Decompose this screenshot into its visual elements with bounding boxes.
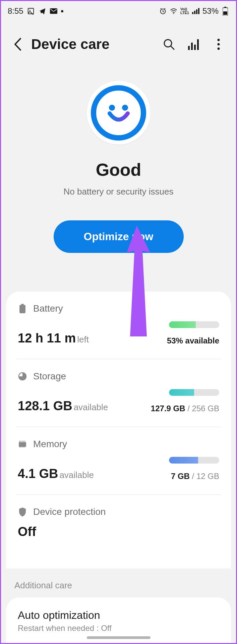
chart-button[interactable] <box>186 37 201 52</box>
svg-rect-15 <box>194 45 196 50</box>
battery-row-icon <box>18 304 27 313</box>
storage-bar <box>169 389 219 396</box>
memory-row[interactable]: Memory 4.1 GBavailable 7 GB / 12 GB <box>16 427 221 495</box>
svg-point-1 <box>29 10 31 11</box>
device-status-subtitle: No battery or security issues <box>63 186 173 197</box>
page-title: Device care <box>31 36 152 52</box>
gallery-icon <box>27 7 35 15</box>
wifi-icon <box>170 7 178 15</box>
mail-icon <box>50 7 58 15</box>
svg-rect-13 <box>188 46 190 50</box>
memory-stat: 7 GB / 12 GB <box>169 472 219 481</box>
status-bar: 8:55 Vo))LTE1 53% <box>1 1 236 21</box>
battery-stat: 53% available <box>167 336 219 345</box>
device-protection-label: Device protection <box>33 506 106 517</box>
svg-rect-16 <box>197 39 199 50</box>
memory-bar <box>169 457 219 464</box>
svg-rect-11 <box>223 11 227 15</box>
svg-point-18 <box>218 43 220 46</box>
status-time: 8:55 <box>8 6 23 16</box>
battery-bar <box>169 321 219 328</box>
svg-rect-5 <box>192 12 193 14</box>
svg-point-12 <box>164 40 172 47</box>
more-menu-button[interactable] <box>211 37 226 52</box>
device-status-title: Good <box>96 160 141 180</box>
shield-icon <box>18 507 27 517</box>
metrics-card: Battery 12 h 11 mleft 53% available Stor… <box>6 291 231 569</box>
svg-rect-8 <box>198 8 199 14</box>
alarm-icon <box>159 7 167 15</box>
additional-care-section-title: Additional care <box>1 569 236 597</box>
svg-rect-21 <box>19 305 25 313</box>
device-protection-value: Off <box>18 525 36 539</box>
volte-icon: Vo))LTE1 <box>180 7 189 15</box>
more-notifications-icon <box>61 10 63 12</box>
storage-label: Storage <box>33 371 66 382</box>
battery-icon <box>221 7 229 15</box>
battery-row[interactable]: Battery 12 h 11 mleft 53% available <box>16 291 221 359</box>
svg-point-4 <box>173 13 174 14</box>
storage-row-icon <box>18 372 27 381</box>
search-button[interactable] <box>162 37 176 52</box>
storage-stat: 127.9 GB / 256 GB <box>151 404 219 413</box>
svg-point-17 <box>218 39 220 41</box>
telegram-icon <box>38 7 46 15</box>
optimize-now-button[interactable]: Optimize now <box>54 220 184 253</box>
svg-rect-7 <box>196 9 197 14</box>
battery-value: 12 h 11 mleft <box>18 331 89 345</box>
svg-rect-23 <box>19 442 26 447</box>
memory-value: 4.1 GBavailable <box>18 467 94 481</box>
svg-rect-6 <box>194 11 195 14</box>
storage-row[interactable]: Storage 128.1 GBavailable 127.9 GB / 256… <box>16 359 221 427</box>
memory-row-icon <box>18 439 27 449</box>
home-indicator[interactable] <box>87 636 151 639</box>
svg-rect-0 <box>28 8 34 14</box>
status-battery-text: 53% <box>202 6 219 16</box>
svg-rect-20 <box>21 304 24 305</box>
svg-point-19 <box>218 48 220 50</box>
memory-label: Memory <box>33 439 67 449</box>
device-protection-row[interactable]: Device protection Off <box>16 495 221 552</box>
hero-section: Good No battery or security issues Optim… <box>1 61 236 270</box>
signal-icon <box>192 7 200 15</box>
auto-optimization-subtitle: Restart when needed : Off <box>18 624 219 633</box>
status-smiley-icon <box>87 81 151 145</box>
auto-optimization-title: Auto optimization <box>18 609 219 622</box>
back-button[interactable] <box>11 38 24 51</box>
app-header: Device care <box>1 21 236 61</box>
svg-rect-14 <box>191 43 193 50</box>
storage-value: 128.1 GBavailable <box>18 399 108 413</box>
battery-label: Battery <box>33 303 63 314</box>
